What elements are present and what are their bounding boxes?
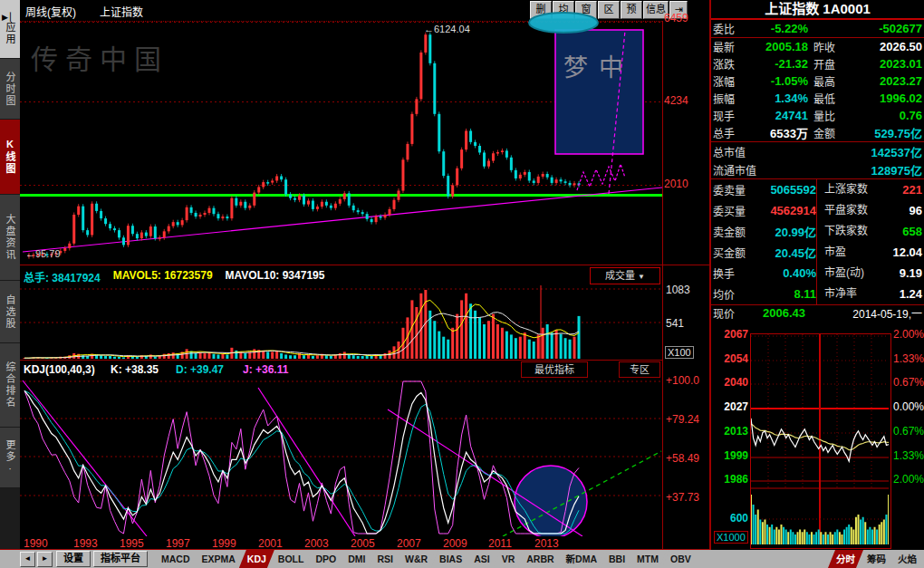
indicator-tab-MACD[interactable]: MACD bbox=[153, 550, 198, 568]
divider bbox=[662, 21, 663, 549]
stat-label: 市盈 bbox=[816, 242, 871, 263]
year-label: 1997 bbox=[166, 537, 190, 550]
tool-button-预[interactable]: 预 bbox=[621, 1, 642, 19]
pair-row: 委买量4562914平盘家数96 bbox=[711, 200, 924, 221]
stat-label: 均价 bbox=[711, 286, 755, 302]
sidebar-item-6[interactable]: 更多· bbox=[0, 428, 20, 488]
tool-button-窗[interactable]: 窗 bbox=[575, 1, 597, 19]
stat-value: 142537亿 bbox=[823, 143, 922, 160]
stat-value: -5.22% bbox=[751, 22, 808, 35]
year-label: 2013 bbox=[534, 537, 559, 550]
kdj-pane[interactable] bbox=[20, 378, 662, 536]
stat-value: -21.32 bbox=[751, 57, 808, 71]
intraday-price-label: 1999 bbox=[724, 449, 748, 462]
best-indicator-button[interactable]: 最优指标 bbox=[521, 361, 588, 378]
right-panel: 上证指数 1A0001 委比-5.22%-502677最新2005.18昨收20… bbox=[711, 0, 924, 550]
kdj-k-value: K: +38.35 bbox=[111, 363, 159, 376]
year-label: 1999 bbox=[212, 537, 236, 550]
sidebar-item-4[interactable]: 自选股 bbox=[0, 281, 20, 343]
intraday-price-label: 2040 bbox=[724, 376, 748, 389]
indicator-tab-BOLL[interactable]: BOLL bbox=[270, 550, 313, 568]
indicator-tab-MTM[interactable]: MTM bbox=[629, 550, 667, 568]
main-chart-pane[interactable]: 传奇中国梦中←6124.04←95.79 bbox=[20, 22, 662, 265]
view-tab-火焰[interactable]: 火焰 bbox=[890, 550, 924, 568]
stat-label: 开盘 bbox=[808, 56, 853, 72]
svg-text:传奇中国: 传奇中国 bbox=[31, 44, 168, 74]
stat-value: 2026.50 bbox=[853, 40, 922, 53]
stat-value: -502677 bbox=[853, 22, 922, 35]
main-price-axis: 645942342010 bbox=[664, 0, 709, 265]
indicator-tab-KDJ[interactable]: KDJ bbox=[239, 550, 274, 568]
sidebar-item-3[interactable]: 大盘资讯 bbox=[0, 195, 20, 281]
intraday-pct-label: 1.33% bbox=[893, 352, 924, 365]
stat-value: 1.24 bbox=[871, 287, 924, 301]
intraday-chart[interactable] bbox=[750, 333, 891, 549]
toolbar-corner bbox=[0, 550, 20, 568]
intraday-price-label: 1986 bbox=[724, 473, 748, 486]
stat-value: 4562914 bbox=[755, 204, 816, 217]
stat-value: 128975亿 bbox=[823, 161, 922, 178]
stat-label: 流通市值 bbox=[713, 162, 823, 178]
pair-row: 委卖量5065592上涨家数221 bbox=[711, 179, 924, 200]
sidebar-item-5[interactable]: 综合排名 bbox=[0, 343, 20, 428]
quote-row: 涨幅-1.05%最高2023.27 bbox=[711, 72, 924, 90]
indicator-tab-VR[interactable]: VR bbox=[494, 550, 524, 568]
volume-stat: MAVOL10: 9347195 bbox=[226, 269, 325, 284]
sidebar-item-2[interactable]: K线图 bbox=[0, 120, 20, 195]
view-tab-筹码[interactable]: 筹码 bbox=[859, 550, 894, 568]
trading-app-window: ▶▏应用分时图K线图大盘资讯自选股综合排名更多· 周线(复权) 上证指数 删均窗… bbox=[0, 0, 924, 568]
spot-row: 现价 2006.43 2014-05-19,一 bbox=[711, 305, 924, 321]
zone-button[interactable]: 专区 bbox=[619, 361, 660, 378]
nav-buttons: ◄► bbox=[20, 552, 53, 567]
indicator-tab-BIAS[interactable]: BIAS bbox=[431, 550, 470, 568]
year-label: 2003 bbox=[304, 537, 329, 550]
volume-pane[interactable] bbox=[20, 285, 662, 360]
nav-arrow-button[interactable]: ◄ bbox=[20, 552, 35, 567]
stat-label: 昨收 bbox=[808, 39, 853, 54]
volume-header: 总手: 38417924MAVOL5: 16723579MAVOL10: 934… bbox=[20, 265, 662, 285]
intraday-pct-label: 0.67% bbox=[893, 425, 924, 438]
stat-value: 2023.27 bbox=[853, 74, 922, 88]
tool-button-删[interactable]: 删 bbox=[530, 1, 552, 19]
sidebar-item-1[interactable]: 分时图 bbox=[0, 59, 20, 120]
indicator-tab-EXPMA[interactable]: EXPMA bbox=[194, 550, 244, 568]
stat-label: 总市值 bbox=[713, 144, 823, 159]
nav-arrow-button[interactable]: ► bbox=[37, 552, 53, 567]
indicator-tab-新DMA[interactable]: 新DMA bbox=[558, 550, 605, 568]
dropdown-value: 成交量 bbox=[605, 270, 635, 281]
toolbar-button-指标平台[interactable]: 指标平台 bbox=[93, 551, 148, 567]
indicator-tab-ASI[interactable]: ASI bbox=[466, 550, 498, 568]
indicator-tab-BBI[interactable]: BBI bbox=[601, 550, 633, 568]
indicator-tab-RSI[interactable]: RSI bbox=[369, 550, 401, 568]
intraday-price-label: 2027 bbox=[724, 400, 748, 413]
pair-row: 买金额20.45亿市盈12.04 bbox=[711, 242, 924, 263]
kdj-axis-label: +100.0 bbox=[666, 374, 699, 387]
cap-row: 流通市值128975亿 bbox=[711, 160, 924, 178]
indicator-tab-W&R[interactable]: W&R bbox=[397, 550, 436, 568]
bottom-toolbar: ◄► 设置指标平台 MACDEXPMAKDJBOLLDPODMIRSIW&RBI… bbox=[0, 550, 924, 568]
indicator-tab-DPO[interactable]: DPO bbox=[307, 550, 344, 568]
time-axis: 1990199319951997199920012003200520072009… bbox=[20, 536, 662, 550]
tool-button-均[interactable]: 均 bbox=[553, 1, 574, 19]
stat-value: 9.19 bbox=[871, 266, 924, 280]
indicator-dropdown[interactable]: 成交量 ▼ bbox=[590, 267, 660, 284]
stat-label: 平盘家数 bbox=[816, 200, 871, 221]
indicator-tab-DMI[interactable]: DMI bbox=[340, 550, 373, 568]
main-candle-chart[interactable]: 传奇中国梦中←6124.04←95.79 bbox=[20, 22, 662, 265]
indicator-tab-OBV[interactable]: OBV bbox=[662, 550, 699, 568]
toolbar-button-设置[interactable]: 设置 bbox=[56, 551, 91, 567]
sidebar-item-apps[interactable]: ▶▏应用 bbox=[0, 0, 20, 59]
stat-label: 市盈(动) bbox=[816, 263, 871, 284]
tool-button-区[interactable]: 区 bbox=[598, 1, 620, 19]
volume-stat: MAVOL5: 16723579 bbox=[113, 269, 213, 284]
vol-axis-541: 541 bbox=[666, 317, 684, 330]
view-tab-分时[interactable]: 分时 bbox=[828, 550, 863, 568]
kdj-j-value: J: +36.11 bbox=[243, 363, 288, 376]
kdj-d-value: D: +39.47 bbox=[176, 363, 224, 376]
price-axis-label: 4234 bbox=[664, 94, 688, 107]
indicator-tab-ARBR[interactable]: ARBR bbox=[518, 550, 562, 568]
stat-label: 振幅 bbox=[713, 91, 751, 106]
marketcap-rows: 总市值142537亿流通市值128975亿 bbox=[711, 142, 924, 178]
intraday-pct-label: 0.00% bbox=[893, 400, 924, 413]
chevron-down-icon: ▼ bbox=[638, 273, 645, 281]
